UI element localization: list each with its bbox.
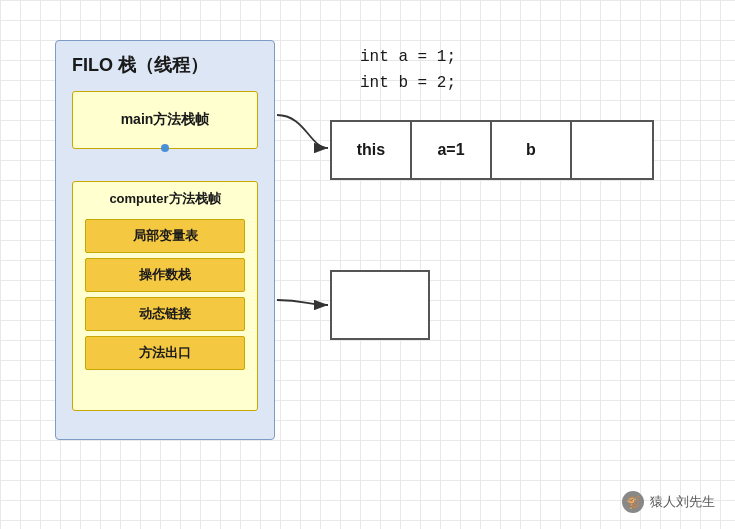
code-line-2: int b = 2; — [360, 71, 456, 97]
monkey-icon: 🐒 — [622, 491, 644, 513]
arrow-main-to-table — [277, 115, 328, 148]
filo-stack-container: FILO 栈（线程） main方法栈帧 computer方法栈帧 局部变量表 操… — [55, 40, 275, 440]
code-area: int a = 1; int b = 2; — [360, 45, 456, 96]
table-cell-empty — [572, 122, 652, 178]
local-var-box: 局部变量表 — [85, 219, 245, 253]
main-content: FILO 栈（线程） main方法栈帧 computer方法栈帧 局部变量表 操… — [0, 0, 735, 529]
method-exit-box: 方法出口 — [85, 336, 245, 370]
dynamic-link-box: 动态链接 — [85, 297, 245, 331]
table-cell-a: a=1 — [412, 122, 492, 178]
table-cell-this: this — [332, 122, 412, 178]
computer-frame: computer方法栈帧 局部变量表 操作数栈 动态链接 方法出口 — [72, 181, 258, 411]
main-frame: main方法栈帧 — [72, 91, 258, 149]
computer-frame-title: computer方法栈帧 — [73, 182, 257, 214]
code-line-1: int a = 1; — [360, 45, 456, 71]
watermark-text: 猿人刘先生 — [650, 493, 715, 511]
filo-title: FILO 栈（线程） — [72, 53, 208, 77]
watermark: 🐒 猿人刘先生 — [622, 491, 715, 513]
main-frame-label: main方法栈帧 — [121, 111, 210, 129]
operand-stack-box: 操作数栈 — [85, 258, 245, 292]
table-cell-b: b — [492, 122, 572, 178]
arrow-computer-to-smallbox — [277, 300, 328, 305]
stack-frame-table: this a=1 b — [330, 120, 654, 180]
small-box — [330, 270, 430, 340]
